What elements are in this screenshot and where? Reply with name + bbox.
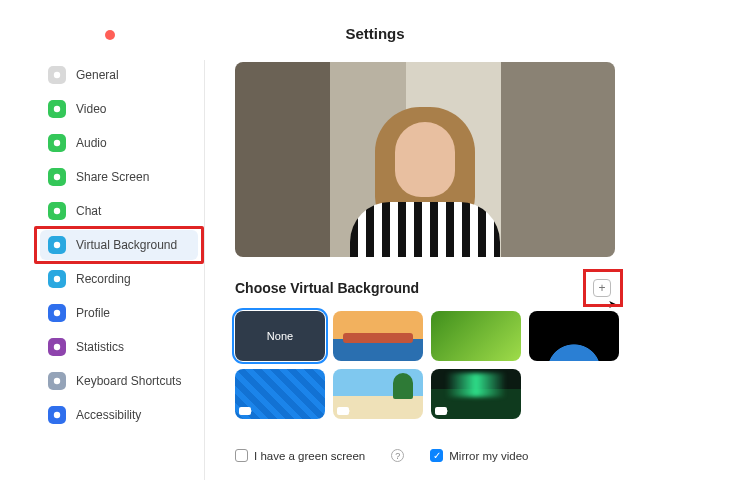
sidebar-item-label: Recording [76,272,131,286]
background-thumb-golden-gate[interactable] [333,311,423,361]
background-thumb-grass[interactable] [431,311,521,361]
section-header: Choose Virtual Background + ➤ [235,275,615,301]
svg-point-1 [54,72,60,78]
sidebar-item-label: Chat [76,204,101,218]
sidebar-item-profile[interactable]: Profile [40,298,198,328]
video-icon [435,407,447,415]
sidebar-item-label: Video [76,102,106,116]
sidebar-item-label: Accessibility [76,408,141,422]
svg-point-7 [54,174,60,180]
green-screen-label: I have a green screen [254,450,365,462]
svg-point-17 [54,344,60,350]
svg-point-9 [54,208,60,214]
background-thumb-earth[interactable] [529,311,619,361]
sidebar-item-statistics[interactable]: Statistics [40,332,198,362]
checkbox-box [235,449,248,462]
help-icon[interactable]: ? [391,449,404,462]
add-background-highlight: + ➤ [589,275,615,301]
checkbox-box: ✓ [430,449,443,462]
sidebar-item-video[interactable]: Video [40,94,198,124]
green-screen-checkbox[interactable]: I have a green screen [235,449,365,462]
video-preview [235,62,615,257]
sidebar-item-share-screen[interactable]: Share Screen [40,162,198,192]
plus-icon: + [598,281,605,295]
sidebar-item-chat[interactable]: Chat [40,196,198,226]
video-icon [239,407,251,415]
background-thumb-beach[interactable] [333,369,423,419]
background-grid: None [235,311,627,419]
recording-icon [48,270,66,288]
sidebar-item-recording[interactable]: Recording [40,264,198,294]
sidebar-item-accessibility[interactable]: Accessibility [40,400,198,430]
svg-point-3 [54,106,60,112]
sidebar-nav: GeneralVideoAudioShare ScreenChatVirtual… [40,60,198,430]
page-title: Settings [40,25,710,42]
background-thumb-aurora[interactable] [431,369,521,419]
preview-person [340,97,510,257]
content-area: GeneralVideoAudioShare ScreenChatVirtual… [40,60,710,480]
add-background-button[interactable]: + [593,279,611,297]
statistics-icon [48,338,66,356]
sidebar-item-virtual-background[interactable]: Virtual Background [40,230,198,260]
cursor-icon: ➤ [608,298,617,311]
svg-point-21 [54,412,60,418]
chat-icon [48,202,66,220]
sidebar-item-keyboard-shortcuts[interactable]: Keyboard Shortcuts [40,366,198,396]
keyboard-icon [48,372,66,390]
gear-icon [48,66,66,84]
sidebar-item-label: Profile [76,306,110,320]
share-screen-icon [48,168,66,186]
main-panel: Choose Virtual Background + ➤ None I hav… [205,60,710,480]
sidebar: GeneralVideoAudioShare ScreenChatVirtual… [40,60,205,480]
settings-window: Settings GeneralVideoAudioShare ScreenCh… [0,0,750,500]
mirror-video-checkbox[interactable]: ✓ Mirror my video [430,449,528,462]
sidebar-item-label: Audio [76,136,107,150]
sidebar-item-label: Keyboard Shortcuts [76,374,181,388]
sidebar-item-label: General [76,68,119,82]
sidebar-item-audio[interactable]: Audio [40,128,198,158]
background-thumb-blue-pattern[interactable] [235,369,325,419]
mirror-video-label: Mirror my video [449,450,528,462]
svg-point-13 [54,276,60,282]
accessibility-icon [48,406,66,424]
sidebar-item-label: Share Screen [76,170,149,184]
video-icon [48,100,66,118]
sidebar-item-label: Statistics [76,340,124,354]
options-row: I have a green screen ? ✓ Mirror my vide… [235,449,710,462]
background-thumb-none[interactable]: None [235,311,325,361]
virtual-background-icon [48,236,66,254]
svg-point-19 [54,378,60,384]
thumb-label: None [267,330,293,342]
svg-point-11 [54,242,60,248]
window-close-button[interactable] [105,30,115,40]
svg-point-15 [54,310,60,316]
video-icon [337,407,349,415]
section-title: Choose Virtual Background [235,280,419,296]
svg-point-5 [54,140,60,146]
profile-icon [48,304,66,322]
audio-icon [48,134,66,152]
sidebar-item-general[interactable]: General [40,60,198,90]
sidebar-item-label: Virtual Background [76,238,177,252]
